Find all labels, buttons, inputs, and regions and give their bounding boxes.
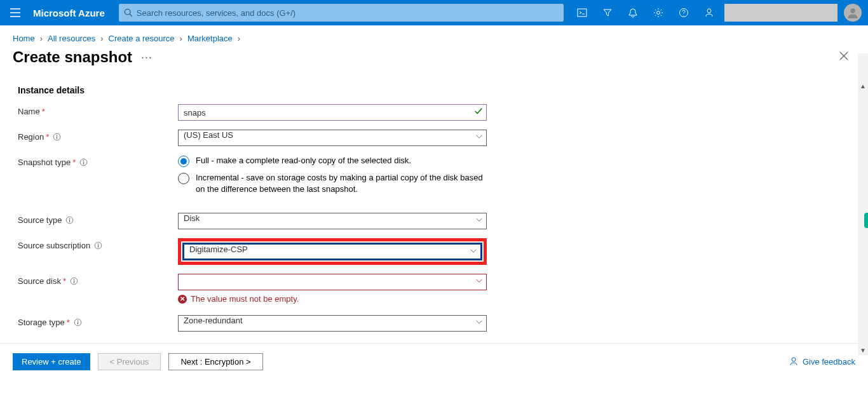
cloud-shell-icon[interactable] <box>569 0 595 25</box>
radio-button-icon <box>178 156 189 167</box>
svg-point-25 <box>792 358 796 361</box>
search-icon <box>124 8 133 17</box>
account-box[interactable] <box>724 4 837 22</box>
info-icon[interactable] <box>53 133 61 141</box>
svg-point-5 <box>707 9 711 13</box>
hamburger-menu-icon[interactable] <box>0 8 31 17</box>
radio-incremental[interactable]: Incremental - save on storage costs by m… <box>178 172 487 195</box>
name-input[interactable] <box>178 104 487 121</box>
breadcrumb-home[interactable]: Home <box>13 34 35 43</box>
radio-full[interactable]: Full - make a complete read-only copy of… <box>178 155 487 167</box>
svg-point-8 <box>57 135 58 136</box>
feedback-icon[interactable] <box>696 0 722 25</box>
svg-line-1 <box>130 14 132 17</box>
top-icons <box>569 0 868 25</box>
svg-point-17 <box>98 244 99 245</box>
svg-rect-12 <box>83 162 84 165</box>
svg-rect-15 <box>69 220 70 222</box>
side-tab-nub[interactable] <box>864 213 868 228</box>
page-title: Create snapshot <box>13 48 132 66</box>
give-feedback-link[interactable]: Give feedback <box>789 356 855 367</box>
previous-button: < Previous <box>98 353 161 370</box>
label-storage-type: Storage type* <box>18 315 178 327</box>
review-create-button[interactable]: Review + create <box>13 353 90 370</box>
label-source-type: Source type <box>18 213 178 225</box>
label-name: Name* <box>18 104 178 116</box>
search-input[interactable] <box>137 8 559 18</box>
more-actions-icon[interactable]: ··· <box>141 51 153 64</box>
title-row: Create snapshot ··· <box>0 46 868 72</box>
svg-point-11 <box>83 160 85 161</box>
svg-rect-2 <box>578 9 587 17</box>
svg-point-6 <box>850 8 855 13</box>
feedback-person-icon <box>789 356 799 367</box>
error-icon: ✕ <box>178 295 187 304</box>
region-select[interactable]: (US) East US <box>178 130 487 146</box>
directory-filter-icon[interactable] <box>595 0 620 25</box>
breadcrumb-marketplace[interactable]: Marketplace <box>187 34 233 43</box>
help-icon[interactable] <box>671 0 696 25</box>
notifications-icon[interactable] <box>620 0 646 25</box>
svg-point-20 <box>74 279 75 281</box>
svg-point-3 <box>657 11 660 15</box>
breadcrumb-create-resource[interactable]: Create a resource <box>109 34 175 43</box>
footer-bar: Review + create < Previous Next : Encryp… <box>0 344 868 379</box>
source-subscription-select[interactable]: Digitamize-CSP <box>184 244 481 259</box>
svg-point-0 <box>125 9 130 15</box>
info-icon[interactable] <box>70 277 78 285</box>
info-icon[interactable] <box>74 318 82 326</box>
scroll-down-icon[interactable]: ▼ <box>860 347 866 354</box>
info-icon[interactable] <box>94 241 102 250</box>
svg-rect-18 <box>98 245 98 248</box>
section-instance-details: Instance details <box>18 85 868 95</box>
scrollbar-track[interactable]: ▲ ▼ <box>858 53 868 355</box>
source-disk-select[interactable] <box>178 274 487 290</box>
label-snapshot-type: Snapshot type* <box>18 155 178 167</box>
svg-rect-9 <box>57 137 57 139</box>
radio-button-icon <box>178 173 189 184</box>
highlighted-box: Digitamize-CSP <box>178 238 487 265</box>
form-content: Instance details Name* Region* (US) East… <box>0 72 868 339</box>
label-source-disk: Source disk* <box>18 274 178 286</box>
svg-point-23 <box>77 321 78 322</box>
settings-icon[interactable] <box>646 0 671 25</box>
global-search[interactable] <box>119 4 564 22</box>
breadcrumb: Home› All resources› Create a resource› … <box>0 25 868 46</box>
user-avatar[interactable] <box>844 4 862 22</box>
close-icon[interactable] <box>839 51 849 64</box>
top-bar: Microsoft Azure <box>0 0 868 25</box>
info-icon[interactable] <box>65 216 74 224</box>
svg-rect-21 <box>74 281 74 283</box>
breadcrumb-all-resources[interactable]: All resources <box>48 34 95 43</box>
scroll-up-icon[interactable]: ▲ <box>860 83 866 90</box>
source-type-select[interactable]: Disk <box>178 213 487 229</box>
error-message: ✕ The value must not be empty. <box>178 294 487 304</box>
info-icon[interactable] <box>79 158 88 166</box>
label-source-subscription: Source subscription <box>18 238 178 250</box>
label-region: Region* <box>18 130 178 142</box>
valid-check-icon <box>474 107 483 118</box>
svg-rect-24 <box>78 322 78 325</box>
storage-type-select[interactable]: Zone-redundant <box>178 315 487 332</box>
brand-label[interactable]: Microsoft Azure <box>31 8 115 18</box>
next-button[interactable]: Next : Encryption > <box>168 353 262 370</box>
svg-point-14 <box>69 219 71 220</box>
